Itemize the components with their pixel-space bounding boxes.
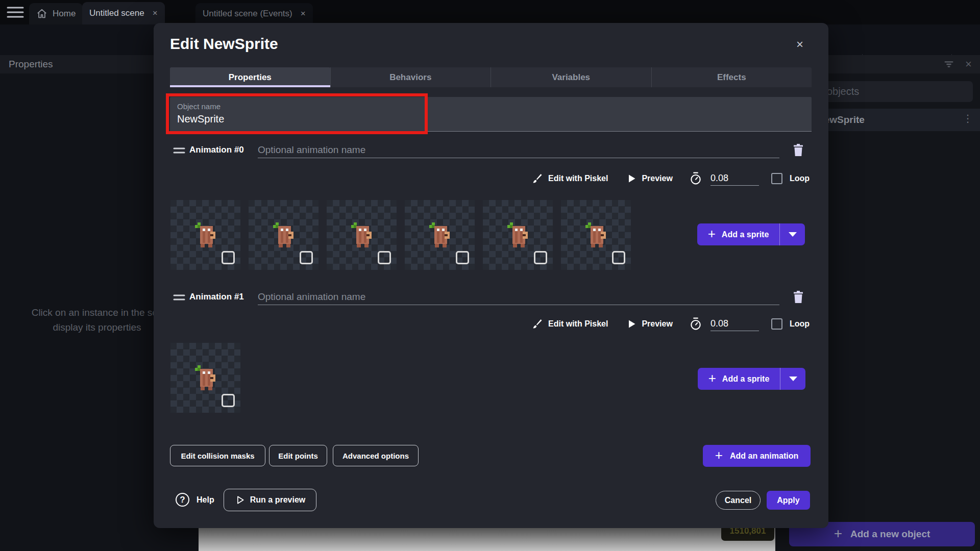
animation-1-label: Animation #1 bbox=[189, 292, 244, 302]
animation-0-header: Animation #0 bbox=[170, 142, 812, 160]
loop-checkbox[interactable] bbox=[771, 173, 782, 184]
apply-label: Apply bbox=[777, 496, 799, 505]
tab-untitled-scene[interactable]: Untitled scene × bbox=[82, 2, 165, 24]
animation-0-label: Animation #0 bbox=[189, 145, 244, 155]
frame-checkbox[interactable] bbox=[300, 251, 313, 264]
tab-untitled-scene-events[interactable]: Untitled scene (Events) × bbox=[195, 3, 313, 24]
animation-1-name-input[interactable] bbox=[258, 289, 779, 305]
tab-scene-close-icon[interactable]: × bbox=[150, 8, 158, 18]
chevron-down-icon bbox=[789, 377, 797, 381]
edit-collision-masks-button[interactable]: Edit collision masks bbox=[170, 445, 265, 466]
animation-0-name-input[interactable] bbox=[258, 142, 779, 158]
run-a-preview-button[interactable]: Run a preview bbox=[224, 489, 316, 511]
sprite-frame-thumbnail[interactable] bbox=[561, 200, 631, 270]
pig-sprite-image bbox=[424, 218, 455, 249]
edit-with-piskel-button[interactable]: Edit with Piskel bbox=[548, 319, 608, 329]
frame-checkbox[interactable] bbox=[222, 251, 235, 264]
sprite-frame-thumbnail[interactable] bbox=[249, 200, 318, 270]
add-sprite-main-1[interactable]: + Add a sprite bbox=[698, 368, 780, 390]
pig-sprite-image bbox=[502, 218, 533, 249]
help-icon: ? bbox=[176, 493, 189, 507]
pig-sprite-image bbox=[346, 218, 377, 249]
add-sprite-label: Add a sprite bbox=[722, 230, 769, 239]
sprite-frame-thumbnail[interactable] bbox=[405, 200, 475, 270]
sprite-frame-thumbnail[interactable] bbox=[483, 200, 553, 270]
add-new-object-label: Add a new object bbox=[850, 529, 930, 540]
stopwatch-icon bbox=[689, 172, 702, 185]
frame-checkbox[interactable] bbox=[378, 251, 391, 264]
help-button[interactable]: ? Help bbox=[176, 493, 214, 507]
object-name-field[interactable]: Object name bbox=[170, 97, 812, 132]
add-sprite-button-0: + Add a sprite bbox=[697, 223, 805, 245]
add-sprite-dropdown-0[interactable] bbox=[779, 223, 805, 245]
animation-1-header: Animation #1 bbox=[170, 289, 812, 307]
add-sprite-main-0[interactable]: + Add a sprite bbox=[697, 223, 779, 245]
tab-home-label: Home bbox=[53, 9, 76, 19]
gdevelop-app: Home Untitled scene × Untitled scene (Ev… bbox=[0, 0, 980, 551]
edit-points-button[interactable]: Edit points bbox=[269, 445, 327, 466]
edit-sprite-dialog: Edit NewSprite × Properties Behaviors Va… bbox=[154, 23, 828, 528]
stopwatch-icon bbox=[689, 317, 702, 331]
drag-handle-icon[interactable] bbox=[173, 147, 185, 154]
add-sprite-button-1: + Add a sprite bbox=[698, 368, 805, 390]
add-animation-label: Add an animation bbox=[730, 452, 798, 461]
help-label: Help bbox=[197, 495, 214, 505]
pig-sprite-image bbox=[190, 218, 220, 249]
tab-events-label: Untitled scene (Events) bbox=[203, 9, 292, 19]
apply-button[interactable]: Apply bbox=[767, 491, 810, 510]
tab-properties[interactable]: Properties bbox=[170, 67, 330, 87]
advanced-options-button[interactable]: Advanced options bbox=[333, 445, 419, 466]
animation-0-controls: Edit with Piskel Preview Loop bbox=[531, 170, 810, 187]
play-icon bbox=[626, 173, 636, 184]
plus-icon: + bbox=[834, 525, 842, 542]
delete-animation-0-icon[interactable] bbox=[792, 143, 804, 157]
loop-label: Loop bbox=[790, 319, 810, 329]
object-menu-icon[interactable]: ⋮ bbox=[963, 112, 973, 124]
animation-1-frames bbox=[170, 343, 240, 413]
sprite-frame-thumbnail[interactable] bbox=[170, 343, 240, 413]
tab-effects[interactable]: Effects bbox=[651, 67, 812, 87]
animation-1-controls: Edit with Piskel Preview Loop bbox=[531, 315, 810, 333]
preview-button[interactable]: Preview bbox=[642, 319, 672, 329]
loop-label: Loop bbox=[790, 174, 810, 183]
dialog-close-icon[interactable]: × bbox=[792, 36, 808, 53]
loop-checkbox[interactable] bbox=[771, 318, 782, 330]
plus-icon: + bbox=[715, 447, 723, 463]
drag-handle-icon[interactable] bbox=[173, 294, 185, 301]
object-name-field-label: Object name bbox=[177, 102, 220, 111]
filter-icon[interactable] bbox=[943, 59, 954, 70]
frame-checkbox[interactable] bbox=[222, 394, 235, 407]
sprite-frame-thumbnail[interactable] bbox=[170, 200, 240, 270]
add-animation-button[interactable]: + Add an animation bbox=[703, 445, 811, 467]
close-panel-icon[interactable]: × bbox=[965, 58, 972, 71]
preview-button[interactable]: Preview bbox=[642, 174, 672, 183]
tab-scene-label: Untitled scene bbox=[89, 8, 144, 18]
add-sprite-dropdown-1[interactable] bbox=[780, 368, 805, 390]
object-name-input[interactable] bbox=[177, 113, 739, 125]
edit-with-piskel-button[interactable]: Edit with Piskel bbox=[548, 174, 608, 183]
dialog-tab-bar: Properties Behaviors Variables Effects bbox=[170, 67, 812, 87]
pig-sprite-image bbox=[268, 218, 299, 249]
pig-sprite-image bbox=[580, 218, 611, 249]
time-between-frames-input[interactable] bbox=[710, 317, 759, 331]
tab-behaviors[interactable]: Behaviors bbox=[330, 67, 491, 87]
delete-animation-1-icon[interactable] bbox=[792, 290, 804, 304]
time-between-frames-input[interactable] bbox=[710, 171, 759, 186]
frame-checkbox[interactable] bbox=[456, 251, 469, 264]
cancel-button[interactable]: Cancel bbox=[716, 491, 761, 510]
tab-home[interactable]: Home bbox=[29, 3, 83, 24]
top-bar: Home Untitled scene × Untitled scene (Ev… bbox=[0, 0, 980, 24]
frame-checkbox[interactable] bbox=[612, 251, 625, 264]
play-icon bbox=[626, 319, 636, 329]
brush-icon bbox=[531, 172, 543, 185]
sprite-frame-thumbnail[interactable] bbox=[327, 200, 397, 270]
plus-icon: + bbox=[708, 370, 716, 386]
chevron-down-icon bbox=[789, 232, 797, 237]
brush-icon bbox=[531, 318, 543, 330]
tab-variables[interactable]: Variables bbox=[491, 67, 651, 87]
frame-checkbox[interactable] bbox=[534, 251, 547, 264]
tab-events-close-icon[interactable]: × bbox=[298, 9, 306, 19]
hamburger-menu-icon[interactable] bbox=[7, 6, 24, 18]
add-sprite-label: Add a sprite bbox=[722, 374, 769, 384]
dialog-title: Edit NewSprite bbox=[170, 35, 278, 53]
